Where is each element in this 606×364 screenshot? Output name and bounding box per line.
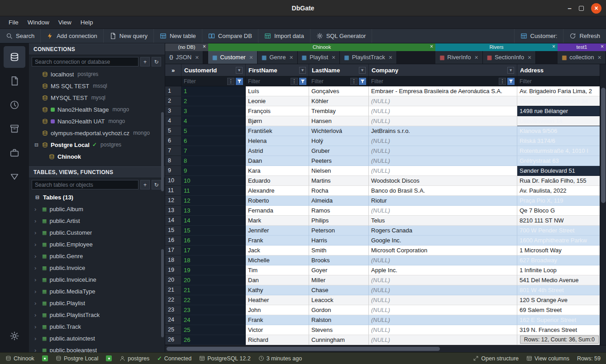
cell-address[interactable]: Av. Paulista, 2022 (517, 186, 606, 196)
table-row[interactable]: 15 15 Jennifer Peterson Rogers Canada 70… (165, 226, 606, 236)
table-row[interactable]: 3 3 François Tremblay (NULL) 1498 rue Bé… (165, 106, 606, 116)
row-number[interactable]: 5 (165, 126, 181, 136)
chevron-right-icon[interactable]: › (34, 300, 39, 307)
cell-customerid[interactable]: 7 (181, 146, 246, 156)
column-dropdown-icon[interactable]: ▾ (359, 67, 366, 74)
table-row[interactable]: 20 20 Dan Miller (NULL) 541 Del Medio Av… (165, 275, 606, 285)
cell-address[interactable]: Qe 7 Bloco G (517, 206, 606, 216)
cell-customerid[interactable]: 21 (181, 285, 246, 295)
row-number[interactable]: 23 (165, 305, 181, 315)
import-data-button[interactable]: Import data (258, 29, 310, 43)
cell-firstname[interactable]: Luís (246, 86, 309, 96)
cell-customerid[interactable]: 24 (181, 315, 246, 325)
table-row[interactable]: 7 7 Astrid Gruber (NULL) Rotenturmstraße… (165, 146, 606, 156)
column-dropdown-icon[interactable]: ▾ (507, 67, 514, 74)
vertical-scrollbar[interactable] (600, 64, 606, 345)
cell-firstname[interactable]: Alexandre (246, 186, 309, 196)
tab-playlisttrack[interactable]: ▦ PlaylistTrack × (340, 51, 397, 64)
cell-firstname[interactable]: Michelle (246, 255, 309, 265)
connection-item[interactable]: Nano2Health UAT ✓ mongo (29, 115, 165, 127)
column-header-lastname[interactable]: LastName▾ (309, 64, 369, 76)
cell-address[interactable]: 1 Infinite Loop (517, 265, 606, 275)
sql-generator-button[interactable]: SQL Generator (310, 29, 372, 43)
chevron-right-icon[interactable]: › (34, 323, 39, 330)
cell-customerid[interactable]: 14 (181, 216, 246, 226)
table-row[interactable]: 9 9 Kara Nielsen (NULL) Sønder Boulevard… (165, 166, 606, 176)
cell-company[interactable]: (NULL) (369, 255, 517, 265)
connection-item[interactable]: MS SQL TEST ✓ mssql (29, 80, 165, 92)
close-tab-icon[interactable]: × (528, 54, 531, 61)
table-item[interactable]: › ▦ public.Album (29, 203, 165, 215)
menu-item[interactable]: Help (76, 18, 97, 27)
cell-lastname[interactable]: Martins (309, 176, 369, 186)
table-row[interactable]: 1 1 Luís Gonçalves Embraer - Empresa Bra… (165, 86, 606, 96)
cell-company[interactable]: (NULL) (369, 335, 517, 345)
cell-address[interactable]: Grétrystraat 63 (517, 156, 606, 166)
filter-company[interactable]: Filter⋮ (369, 76, 517, 86)
cell-address[interactable]: Ullevålsveien 14 (517, 116, 606, 126)
cell-lastname[interactable]: Chase (309, 285, 369, 295)
row-number[interactable]: 6 (165, 136, 181, 146)
cell-address[interactable]: 69 Salem Street (517, 305, 606, 315)
maximize-icon[interactable] (579, 6, 584, 11)
cell-lastname[interactable]: Stevens (309, 325, 369, 335)
rail-files-icon[interactable] (4, 70, 25, 92)
row-number[interactable]: 1 (165, 86, 181, 96)
cell-customerid[interactable]: 13 (181, 206, 246, 216)
row-number[interactable]: 24 (165, 315, 181, 325)
cell-lastname[interactable]: Cunningham (309, 335, 369, 345)
filter-funnel-icon[interactable] (507, 78, 515, 85)
close-group-icon[interactable]: × (601, 43, 604, 50)
close-group-icon[interactable]: × (430, 43, 433, 50)
expand-all-button[interactable]: » (165, 64, 181, 76)
connection-item[interactable]: ⊟ Postgre Local ✓ postgres (29, 139, 165, 151)
chevron-right-icon[interactable]: › (34, 206, 39, 213)
row-number[interactable]: 25 (165, 325, 181, 335)
cell-company[interactable]: (NULL) (369, 96, 517, 106)
row-number[interactable]: 13 (165, 206, 181, 216)
cell-address[interactable]: 8210 111 ST NW (517, 216, 606, 226)
tab-json[interactable]: {} JSON × (165, 51, 203, 64)
add-connection-plus-button[interactable]: + (140, 57, 150, 66)
cell-firstname[interactable]: Eduardo (246, 176, 309, 186)
table-row[interactable]: 4 4 Bjørn Hansen (NULL) Ullevålsveien 14 (165, 116, 606, 126)
cell-customerid[interactable]: 20 (181, 275, 246, 285)
cell-company[interactable]: Apple Inc. (369, 265, 517, 275)
cell-lastname[interactable]: Philips (309, 216, 369, 226)
open-structure-button[interactable]: Open structure (473, 355, 519, 362)
row-number[interactable]: 15 (165, 226, 181, 236)
statusbar-database[interactable]: Chinook (5, 355, 34, 362)
cell-lastname[interactable]: Gordon (309, 305, 369, 315)
cell-company[interactable]: Embraer - Empresa Brasileira de Aeronáut… (369, 86, 517, 96)
filter-menu-icon[interactable]: ⋮ (291, 78, 298, 85)
chevron-right-icon[interactable]: › (34, 288, 39, 295)
cell-address[interactable]: 1498 rue Bélanger (517, 106, 606, 116)
row-number[interactable]: 11 (165, 186, 181, 196)
cell-address[interactable]: Praça Pio X, 119 (517, 196, 606, 206)
cell-customerid[interactable]: 25 (181, 325, 246, 335)
table-row[interactable]: 2 2 Leonie Köhler (NULL) Theodor-Heuss-S… (165, 96, 606, 106)
cell-lastname[interactable]: Gonçalves (309, 86, 369, 96)
cell-address[interactable]: 700 W Pender Street (517, 226, 606, 236)
close-tab-icon[interactable]: × (474, 54, 478, 61)
cell-customerid[interactable]: 2 (181, 96, 246, 106)
cell-firstname[interactable]: Kara (246, 166, 309, 176)
cell-firstname[interactable]: Victor (246, 325, 309, 335)
cell-lastname[interactable]: Brooks (309, 255, 369, 265)
row-number[interactable]: 14 (165, 216, 181, 226)
close-group-icon[interactable]: × (552, 43, 555, 50)
cell-firstname[interactable]: Roberto (246, 196, 309, 206)
table-row[interactable]: 19 19 Tim Goyer Apple Inc. 1 Infinite Lo… (165, 265, 606, 275)
new-query-button[interactable]: New query (104, 29, 154, 43)
table-row[interactable]: 6 6 Helena Holý (NULL) Rilská 3174/6 (165, 136, 606, 146)
cell-firstname[interactable]: Mark (246, 216, 309, 226)
cell-company[interactable]: (NULL) (369, 275, 517, 285)
table-item[interactable]: › ▦ public.Invoice (29, 262, 165, 274)
row-number[interactable]: 10 (165, 176, 181, 186)
chevron-right-icon[interactable]: › (34, 276, 39, 283)
table-row[interactable]: 14 14 Mark Philips Telus 8210 111 ST NW (165, 216, 606, 226)
connections-search-input[interactable] (32, 57, 138, 66)
menu-item[interactable]: View (54, 18, 76, 27)
chevron-right-icon[interactable]: › (34, 229, 39, 236)
cell-lastname[interactable]: Holý (309, 136, 369, 146)
